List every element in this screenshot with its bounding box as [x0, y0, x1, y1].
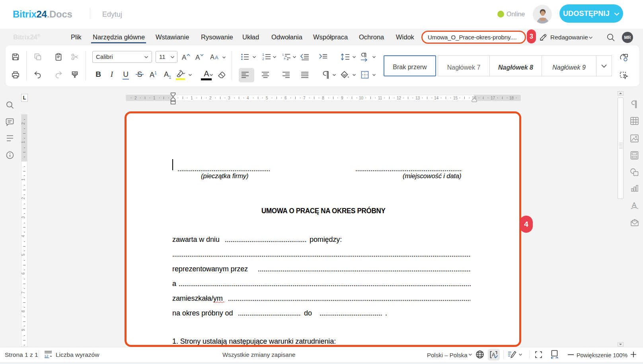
svg-text:12: 12 [44, 354, 49, 358]
svg-text:A: A [182, 54, 187, 61]
svg-text:1: 1 [262, 53, 264, 56]
svg-text:2: 2 [262, 57, 264, 61]
svg-text:1: 1 [282, 53, 284, 56]
svg-text:a: a [284, 56, 286, 60]
svg-text:A: A [215, 55, 218, 60]
svg-text:A: A [195, 54, 200, 61]
svg-text:A: A [210, 54, 214, 60]
